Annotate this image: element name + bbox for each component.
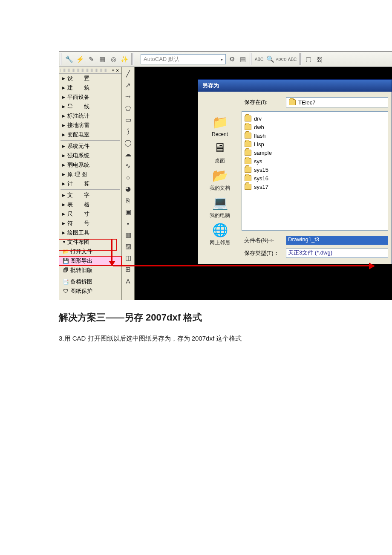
polygon-icon[interactable]: ⬠ bbox=[123, 103, 133, 113]
network-icon: 🌐 bbox=[210, 222, 229, 238]
revcloud-icon[interactable]: ☁ bbox=[123, 149, 133, 159]
layer-prev-icon[interactable]: ▤ bbox=[238, 54, 248, 64]
place-desktop[interactable]: 🖥桌面 bbox=[201, 140, 239, 165]
polyline-icon[interactable]: ⤳ bbox=[123, 92, 133, 102]
lightning-icon[interactable]: ⚡ bbox=[75, 54, 85, 64]
place-network[interactable]: 🌐网上邻居 bbox=[201, 222, 239, 246]
dialog-titlebar: 另存为 bbox=[198, 80, 392, 92]
tree-item[interactable]: ▶平面设备 bbox=[59, 92, 121, 102]
folder-item[interactable]: flash bbox=[245, 131, 304, 140]
folder-item[interactable]: sys15 bbox=[245, 165, 304, 174]
folder-name: sample bbox=[254, 150, 272, 156]
solution-heading: 解决方案三——另存 2007dxf 格式 bbox=[59, 311, 383, 324]
text-icon[interactable]: A bbox=[123, 276, 133, 286]
save-as-dialog: 另存为 📁Recent🖥桌面📂我的文档💻我的电脑🌐网上邻居 保存在(I): TE… bbox=[198, 79, 392, 264]
ellipse-arc-icon[interactable]: ◕ bbox=[123, 184, 133, 194]
folder-item[interactable]: sys bbox=[245, 157, 304, 165]
place-mydocs[interactable]: 📂我的文档 bbox=[201, 167, 239, 192]
spline-icon[interactable]: ∿ bbox=[123, 161, 133, 171]
tree-label: 平面设备 bbox=[67, 93, 89, 101]
file-list[interactable]: drvdwbflashLispsamplesyssys15sys16sys17 bbox=[242, 111, 388, 231]
tree-item[interactable]: ▶系统元件 bbox=[59, 142, 121, 151]
folder-item[interactable]: dwb bbox=[245, 123, 304, 131]
window-icon[interactable]: ▢ bbox=[303, 54, 314, 64]
save-in-dropdown[interactable]: TElec7 bbox=[286, 97, 388, 107]
tree-label: 原 理 图 bbox=[67, 171, 87, 178]
mypc-icon: 💻 bbox=[210, 194, 229, 211]
folder-icon bbox=[245, 158, 251, 164]
point-icon[interactable]: • bbox=[123, 218, 133, 228]
tree-item[interactable]: ▶接地防雷 bbox=[59, 121, 121, 130]
red-highlight-box bbox=[59, 240, 116, 250]
hatch-icon[interactable]: ▦ bbox=[123, 230, 133, 240]
tree-archive[interactable]: 📑 备档拆图 bbox=[59, 277, 121, 286]
tree-item[interactable]: ▶建 筑 bbox=[59, 83, 121, 92]
layer-dropdown[interactable]: AutoCAD 默认 ▾ bbox=[141, 54, 226, 64]
tree-item[interactable]: ▶原 理 图 bbox=[59, 170, 121, 179]
tree-item[interactable]: ▶强电系统 bbox=[59, 151, 121, 160]
triangle-right-icon: ▶ bbox=[62, 104, 67, 109]
folder-icon bbox=[245, 133, 251, 139]
find-icon[interactable]: 🔍 bbox=[265, 54, 275, 64]
tree-item[interactable]: ▶文 字 bbox=[59, 191, 121, 200]
folder-name: sys15 bbox=[254, 167, 268, 173]
tool-icon[interactable]: 🔧 bbox=[64, 54, 74, 64]
recent-icon: 📁 bbox=[210, 114, 229, 130]
panel-menu-icon[interactable]: ▾ bbox=[111, 68, 115, 72]
tree-item[interactable]: ▶标注统计 bbox=[59, 111, 121, 121]
tree-item[interactable]: ▶表 格 bbox=[59, 200, 121, 209]
stack-icon[interactable]: ▦ bbox=[97, 54, 107, 64]
folder-item[interactable]: sys16 bbox=[245, 174, 304, 182]
folder-item[interactable]: Lisp bbox=[245, 140, 304, 148]
place-recent[interactable]: 📁Recent bbox=[201, 114, 239, 137]
folder-item[interactable]: sample bbox=[245, 148, 304, 157]
rect-icon[interactable]: ▭ bbox=[123, 115, 133, 125]
ellipse-icon[interactable]: ○ bbox=[123, 172, 133, 182]
tree-item[interactable]: ▶导 线 bbox=[59, 102, 121, 111]
arc-icon[interactable]: ⟆ bbox=[123, 126, 133, 136]
tree-batch[interactable]: 🗐 批转旧版 bbox=[59, 266, 121, 275]
folder-item[interactable]: sys17 bbox=[245, 182, 304, 191]
document-content: 解决方案三——另存 2007dxf 格式 3.用 CAD 打开图纸以后选中图纸另… bbox=[59, 311, 383, 344]
grip-icon bbox=[131, 53, 134, 65]
tree-item[interactable]: ▶变配电室 bbox=[59, 130, 121, 139]
gradient-icon[interactable]: ▨ bbox=[123, 241, 133, 251]
brush-icon[interactable]: ✎ bbox=[86, 54, 96, 64]
ray-icon[interactable]: ↗ bbox=[123, 80, 133, 90]
filename-input[interactable]: Drawing1_t3 bbox=[286, 236, 388, 245]
tree-label: 接地防雷 bbox=[67, 121, 89, 129]
tree-label: 尺 寸 bbox=[67, 210, 89, 218]
close-icon[interactable]: × bbox=[115, 68, 120, 73]
places-bar: 📁Recent🖥桌面📂我的文档💻我的电脑🌐网上邻居 bbox=[198, 96, 242, 260]
abcd-icon[interactable]: ABCD bbox=[276, 54, 286, 64]
grip-icon bbox=[299, 53, 302, 65]
tree-item[interactable]: ▶绘图工具 bbox=[59, 228, 121, 237]
line-icon[interactable]: ╱ bbox=[123, 69, 133, 79]
save-in-value: TElec7 bbox=[298, 99, 315, 106]
insert-icon[interactable]: ⎘ bbox=[123, 195, 133, 205]
filetype-dropdown[interactable]: 天正3文件 (*.dwg) bbox=[286, 249, 388, 258]
folder-item[interactable]: drv bbox=[245, 114, 304, 123]
tree-item[interactable]: ▶弱电系统 bbox=[59, 160, 121, 170]
globe-icon[interactable]: ◎ bbox=[108, 54, 118, 64]
tree-item[interactable]: ▶尺 寸 bbox=[59, 209, 121, 219]
circle-icon[interactable]: ◯ bbox=[123, 138, 133, 148]
triangle-right-icon: ▶ bbox=[62, 202, 67, 207]
tree-item[interactable]: ▶计 算 bbox=[59, 179, 121, 188]
region-icon[interactable]: ◫ bbox=[123, 253, 133, 263]
triangle-right-icon: ▶ bbox=[62, 95, 67, 99]
wand-icon[interactable]: ✨ bbox=[119, 54, 130, 64]
folder-name: drv bbox=[254, 116, 262, 122]
link-icon[interactable]: ⛓ bbox=[314, 54, 325, 64]
block-icon[interactable]: ▣ bbox=[123, 207, 133, 217]
place-mypc[interactable]: 💻我的电脑 bbox=[201, 194, 239, 219]
abc-icon[interactable]: ABC bbox=[254, 54, 264, 64]
tree-protect[interactable]: 🛡 图纸保护 bbox=[59, 286, 121, 296]
tree-item[interactable]: ▶符 号 bbox=[59, 219, 121, 228]
layer-mgr-icon[interactable]: ⚙ bbox=[227, 54, 237, 64]
tree-item[interactable]: ▶设 置 bbox=[59, 74, 121, 83]
tree-label: 强电系统 bbox=[67, 152, 89, 159]
tree-label: 建 筑 bbox=[67, 84, 89, 92]
folder-icon bbox=[245, 184, 251, 190]
abc2-icon[interactable]: ABC bbox=[287, 54, 297, 64]
